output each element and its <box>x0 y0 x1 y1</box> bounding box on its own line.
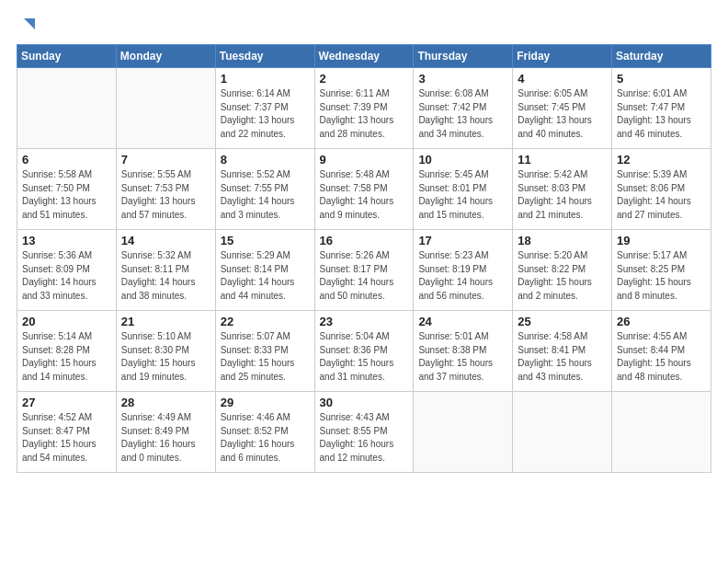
day-info: Sunrise: 5:17 AM Sunset: 8:25 PM Dayligh… <box>617 249 706 303</box>
week-row-3: 13Sunrise: 5:36 AM Sunset: 8:09 PM Dayli… <box>17 230 711 311</box>
day-info: Sunrise: 4:49 AM Sunset: 8:49 PM Dayligh… <box>121 411 210 465</box>
day-number: 7 <box>121 153 210 167</box>
day-info: Sunrise: 5:52 AM Sunset: 7:55 PM Dayligh… <box>221 168 310 222</box>
calendar-cell: 21Sunrise: 5:10 AM Sunset: 8:30 PM Dayli… <box>116 311 215 392</box>
day-number: 1 <box>221 72 310 86</box>
calendar-cell: 23Sunrise: 5:04 AM Sunset: 8:36 PM Dayli… <box>314 311 414 392</box>
day-number: 3 <box>418 72 507 86</box>
weekday-header-tuesday: Tuesday <box>215 45 314 68</box>
week-row-5: 27Sunrise: 4:52 AM Sunset: 8:47 PM Dayli… <box>17 392 711 473</box>
day-number: 22 <box>221 315 310 328</box>
calendar-cell: 2Sunrise: 6:11 AM Sunset: 7:39 PM Daylig… <box>314 68 414 149</box>
calendar-cell: 8Sunrise: 5:52 AM Sunset: 7:55 PM Daylig… <box>215 149 314 230</box>
day-number: 2 <box>320 72 409 86</box>
calendar-cell: 11Sunrise: 5:42 AM Sunset: 8:03 PM Dayli… <box>513 149 612 230</box>
day-number: 15 <box>221 234 310 247</box>
calendar-cell: 18Sunrise: 5:20 AM Sunset: 8:22 PM Dayli… <box>513 230 612 311</box>
day-number: 4 <box>518 72 607 86</box>
calendar-cell: 15Sunrise: 5:29 AM Sunset: 8:14 PM Dayli… <box>215 230 314 311</box>
header <box>17 17 711 35</box>
weekday-header-sunday: Sunday <box>17 45 117 68</box>
day-info: Sunrise: 5:39 AM Sunset: 8:06 PM Dayligh… <box>617 168 706 222</box>
calendar-table: SundayMondayTuesdayWednesdayThursdayFrid… <box>17 44 711 473</box>
calendar-cell <box>414 392 513 473</box>
calendar-cell: 9Sunrise: 5:48 AM Sunset: 7:58 PM Daylig… <box>314 149 414 230</box>
day-number: 8 <box>221 153 310 167</box>
day-info: Sunrise: 5:58 AM Sunset: 7:50 PM Dayligh… <box>22 168 111 222</box>
day-info: Sunrise: 4:55 AM Sunset: 8:44 PM Dayligh… <box>617 330 706 384</box>
day-info: Sunrise: 5:23 AM Sunset: 8:19 PM Dayligh… <box>418 249 507 303</box>
day-info: Sunrise: 6:14 AM Sunset: 7:37 PM Dayligh… <box>221 87 310 141</box>
day-info: Sunrise: 5:14 AM Sunset: 8:28 PM Dayligh… <box>22 330 111 384</box>
week-row-1: 1Sunrise: 6:14 AM Sunset: 7:37 PM Daylig… <box>17 68 711 149</box>
week-row-4: 20Sunrise: 5:14 AM Sunset: 8:28 PM Dayli… <box>17 311 711 392</box>
day-info: Sunrise: 5:45 AM Sunset: 8:01 PM Dayligh… <box>418 168 507 222</box>
day-number: 26 <box>617 315 706 328</box>
day-number: 23 <box>320 315 409 328</box>
day-number: 29 <box>221 396 310 409</box>
day-info: Sunrise: 5:32 AM Sunset: 8:11 PM Dayligh… <box>121 249 210 303</box>
day-info: Sunrise: 4:58 AM Sunset: 8:41 PM Dayligh… <box>518 330 607 384</box>
calendar-cell: 30Sunrise: 4:43 AM Sunset: 8:55 PM Dayli… <box>314 392 414 473</box>
calendar-cell <box>17 68 117 149</box>
weekday-header-wednesday: Wednesday <box>314 45 414 68</box>
day-info: Sunrise: 5:10 AM Sunset: 8:30 PM Dayligh… <box>121 330 210 384</box>
logo-arrow-icon <box>17 17 37 37</box>
day-number: 25 <box>518 315 607 328</box>
day-number: 21 <box>121 315 210 328</box>
day-number: 28 <box>121 396 210 409</box>
page: SundayMondayTuesdayWednesdayThursdayFrid… <box>0 0 728 563</box>
day-info: Sunrise: 5:20 AM Sunset: 8:22 PM Dayligh… <box>518 249 607 303</box>
calendar-cell: 26Sunrise: 4:55 AM Sunset: 8:44 PM Dayli… <box>612 311 711 392</box>
day-number: 20 <box>22 315 111 328</box>
weekday-header-monday: Monday <box>116 45 215 68</box>
day-info: Sunrise: 6:08 AM Sunset: 7:42 PM Dayligh… <box>418 87 507 141</box>
calendar-cell <box>612 392 711 473</box>
day-number: 5 <box>617 72 706 86</box>
day-number: 24 <box>418 315 507 328</box>
calendar-cell: 6Sunrise: 5:58 AM Sunset: 7:50 PM Daylig… <box>17 149 117 230</box>
calendar-cell: 1Sunrise: 6:14 AM Sunset: 7:37 PM Daylig… <box>215 68 314 149</box>
calendar-cell: 20Sunrise: 5:14 AM Sunset: 8:28 PM Dayli… <box>17 311 117 392</box>
weekday-header-row: SundayMondayTuesdayWednesdayThursdayFrid… <box>17 45 711 68</box>
day-number: 14 <box>121 234 210 247</box>
day-number: 18 <box>518 234 607 247</box>
calendar-cell: 22Sunrise: 5:07 AM Sunset: 8:33 PM Dayli… <box>215 311 314 392</box>
calendar-cell <box>513 392 612 473</box>
day-number: 16 <box>320 234 409 247</box>
calendar-cell: 14Sunrise: 5:32 AM Sunset: 8:11 PM Dayli… <box>116 230 215 311</box>
calendar-cell: 13Sunrise: 5:36 AM Sunset: 8:09 PM Dayli… <box>17 230 117 311</box>
day-info: Sunrise: 4:43 AM Sunset: 8:55 PM Dayligh… <box>320 411 409 465</box>
day-info: Sunrise: 6:05 AM Sunset: 7:45 PM Dayligh… <box>518 87 607 141</box>
calendar-cell: 7Sunrise: 5:55 AM Sunset: 7:53 PM Daylig… <box>116 149 215 230</box>
day-info: Sunrise: 5:36 AM Sunset: 8:09 PM Dayligh… <box>22 249 111 303</box>
day-info: Sunrise: 4:52 AM Sunset: 8:47 PM Dayligh… <box>22 411 111 465</box>
calendar-cell: 17Sunrise: 5:23 AM Sunset: 8:19 PM Dayli… <box>414 230 513 311</box>
day-info: Sunrise: 6:11 AM Sunset: 7:39 PM Dayligh… <box>320 87 409 141</box>
day-number: 27 <box>22 396 111 409</box>
day-info: Sunrise: 5:55 AM Sunset: 7:53 PM Dayligh… <box>121 168 210 222</box>
weekday-header-thursday: Thursday <box>414 45 513 68</box>
day-info: Sunrise: 5:26 AM Sunset: 8:17 PM Dayligh… <box>320 249 409 303</box>
calendar-cell: 16Sunrise: 5:26 AM Sunset: 8:17 PM Dayli… <box>314 230 414 311</box>
week-row-2: 6Sunrise: 5:58 AM Sunset: 7:50 PM Daylig… <box>17 149 711 230</box>
day-info: Sunrise: 5:04 AM Sunset: 8:36 PM Dayligh… <box>320 330 409 384</box>
day-info: Sunrise: 5:48 AM Sunset: 7:58 PM Dayligh… <box>320 168 409 222</box>
calendar-cell: 4Sunrise: 6:05 AM Sunset: 7:45 PM Daylig… <box>513 68 612 149</box>
calendar-cell: 24Sunrise: 5:01 AM Sunset: 8:38 PM Dayli… <box>414 311 513 392</box>
calendar-cell <box>116 68 215 149</box>
day-number: 9 <box>320 153 409 167</box>
logo <box>17 17 37 35</box>
calendar-cell: 12Sunrise: 5:39 AM Sunset: 8:06 PM Dayli… <box>612 149 711 230</box>
day-number: 12 <box>617 153 706 167</box>
day-number: 13 <box>22 234 111 247</box>
calendar-cell: 5Sunrise: 6:01 AM Sunset: 7:47 PM Daylig… <box>612 68 711 149</box>
day-info: Sunrise: 6:01 AM Sunset: 7:47 PM Dayligh… <box>617 87 706 141</box>
calendar-cell: 29Sunrise: 4:46 AM Sunset: 8:52 PM Dayli… <box>215 392 314 473</box>
svg-marker-0 <box>24 18 35 29</box>
calendar-cell: 28Sunrise: 4:49 AM Sunset: 8:49 PM Dayli… <box>116 392 215 473</box>
day-info: Sunrise: 5:42 AM Sunset: 8:03 PM Dayligh… <box>518 168 607 222</box>
day-number: 11 <box>518 153 607 167</box>
calendar-cell: 3Sunrise: 6:08 AM Sunset: 7:42 PM Daylig… <box>414 68 513 149</box>
calendar-cell: 25Sunrise: 4:58 AM Sunset: 8:41 PM Dayli… <box>513 311 612 392</box>
